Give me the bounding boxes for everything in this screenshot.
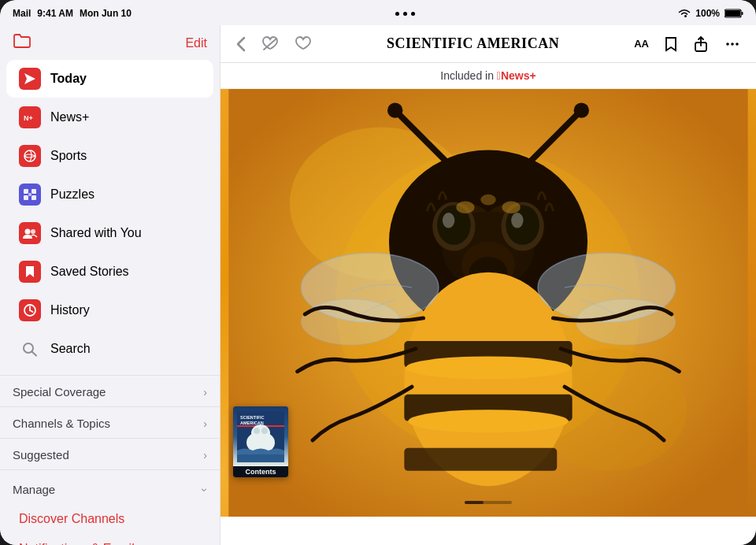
svg-point-53 xyxy=(480,195,495,206)
svg-point-45 xyxy=(406,356,570,379)
suggested-row[interactable]: Suggested › xyxy=(0,438,220,469)
svg-rect-6 xyxy=(32,189,36,194)
manage-actions: Discover Channels Notifications & Email … xyxy=(0,502,220,545)
page-indicator-fill xyxy=(465,501,484,504)
nav-item-puzzles[interactable]: Puzzles xyxy=(6,176,213,213)
article-title: Scientific American xyxy=(387,35,559,52)
status-date: Mon Jun 10 xyxy=(80,8,132,19)
nav-item-sports[interactable]: Sports xyxy=(6,137,213,175)
dislike-button[interactable] xyxy=(258,33,282,55)
suggested-label: Suggested xyxy=(13,448,69,462)
folder-icon xyxy=(13,33,32,53)
nav-item-newsplus[interactable]: N+ News+ xyxy=(6,98,213,136)
svg-text:SCIENTIFIC: SCIENTIFIC xyxy=(240,415,265,420)
svg-point-11 xyxy=(25,229,31,235)
svg-rect-44 xyxy=(404,448,557,471)
history-icon xyxy=(19,299,41,321)
special-coverage-row[interactable]: Special Coverage › xyxy=(0,375,220,406)
article-toolbar: Scientific American AA xyxy=(220,25,756,63)
share-button[interactable] xyxy=(690,33,712,55)
suggested-chevron: › xyxy=(203,449,207,462)
toolbar-left xyxy=(233,33,315,55)
like-button[interactable] xyxy=(291,33,315,55)
toolbar-right: AA xyxy=(631,33,743,55)
font-size-button[interactable]: AA xyxy=(631,35,652,53)
nav-label-history: History xyxy=(50,303,90,317)
svg-point-35 xyxy=(443,213,455,228)
sidebar-sections: Special Coverage › Channels & Topics › S… xyxy=(0,375,220,469)
status-dot-3 xyxy=(411,12,415,16)
edit-button[interactable]: Edit xyxy=(185,36,207,50)
svg-point-12 xyxy=(31,229,35,234)
more-button[interactable] xyxy=(721,33,743,55)
wifi-icon xyxy=(678,9,691,18)
search-nav-icon xyxy=(19,338,41,360)
svg-rect-8 xyxy=(32,195,36,200)
article-image-container: SCIENTIFIC AMERICAN xyxy=(220,89,756,545)
svg-line-17 xyxy=(32,352,37,356)
nav-item-shared[interactable]: Shared with You xyxy=(6,214,213,252)
article-pane: Scientific American AA xyxy=(220,25,756,545)
svg-point-38 xyxy=(511,213,524,228)
notifications-email-item[interactable]: Notifications & Email xyxy=(6,534,213,545)
channels-topics-chevron: › xyxy=(203,417,207,430)
nav-label-shared: Shared with You xyxy=(50,226,142,240)
channels-topics-row[interactable]: Channels & Topics › xyxy=(0,406,220,438)
status-right: 100% xyxy=(678,8,743,19)
svg-point-31 xyxy=(387,102,402,117)
bookmark-button[interactable] xyxy=(662,33,680,55)
nav-item-history[interactable]: History xyxy=(6,291,213,329)
status-bar: Mail 9:41 AM Mon Jun 10 100% xyxy=(0,0,756,25)
svg-rect-1 xyxy=(741,12,743,15)
svg-point-51 xyxy=(456,202,474,214)
svg-rect-5 xyxy=(24,189,28,194)
svg-point-20 xyxy=(726,43,729,46)
nav-label-today: Today xyxy=(50,72,87,86)
special-coverage-label: Special Coverage xyxy=(13,385,106,399)
status-dot-2 xyxy=(403,12,407,16)
status-dot-1 xyxy=(395,12,399,16)
sports-icon xyxy=(19,145,41,167)
included-text: Included in xyxy=(440,69,497,82)
back-button[interactable] xyxy=(233,33,249,55)
svg-point-61 xyxy=(261,428,268,434)
status-center xyxy=(395,12,415,16)
nav-item-search[interactable]: Search xyxy=(6,330,213,368)
battery-percent: 100% xyxy=(695,8,720,19)
shared-icon xyxy=(19,222,41,244)
page-indicator xyxy=(465,501,512,504)
status-app: Mail xyxy=(13,8,31,19)
manage-header[interactable]: Manage › xyxy=(0,473,220,502)
svg-line-15 xyxy=(30,310,33,312)
nav-label-puzzles: Puzzles xyxy=(50,187,94,202)
nav-label-sports: Sports xyxy=(50,149,87,163)
svg-rect-7 xyxy=(24,195,28,200)
discover-channels-label: Discover Channels xyxy=(19,512,124,525)
magazine-thumbnail[interactable]: SCIENTIFIC AMERICAN xyxy=(233,406,288,477)
manage-label: Manage xyxy=(13,483,55,496)
thumb-label: Contents xyxy=(233,466,288,477)
battery-icon xyxy=(724,9,743,18)
status-time: 9:41 AM xyxy=(37,8,73,19)
nav-label-newsplus: News+ xyxy=(50,110,89,124)
newsplus-badge: News+ xyxy=(497,69,536,82)
nav-item-saved[interactable]: Saved Stories xyxy=(6,253,213,291)
thumb-image: SCIENTIFIC AMERICAN xyxy=(233,406,288,466)
sidebar-nav: Today N+ News+ xyxy=(0,59,220,369)
discover-channels-item[interactable]: Discover Channels xyxy=(6,504,213,534)
svg-point-21 xyxy=(731,43,734,46)
puzzles-icon xyxy=(19,184,41,206)
nav-label-search: Search xyxy=(50,342,91,356)
svg-point-32 xyxy=(574,102,589,117)
svg-rect-10 xyxy=(28,193,32,196)
bee-illustration xyxy=(220,89,756,517)
included-banner: Included in News+ xyxy=(220,63,756,89)
svg-rect-2 xyxy=(725,10,740,17)
svg-text:N+: N+ xyxy=(24,114,33,122)
svg-point-4 xyxy=(24,150,35,161)
svg-point-52 xyxy=(502,202,520,214)
nav-item-today[interactable]: Today xyxy=(6,60,213,98)
newsplus-icon: N+ xyxy=(19,106,41,128)
status-left: Mail 9:41 AM Mon Jun 10 xyxy=(13,8,132,19)
nav-label-saved: Saved Stories xyxy=(50,265,129,279)
